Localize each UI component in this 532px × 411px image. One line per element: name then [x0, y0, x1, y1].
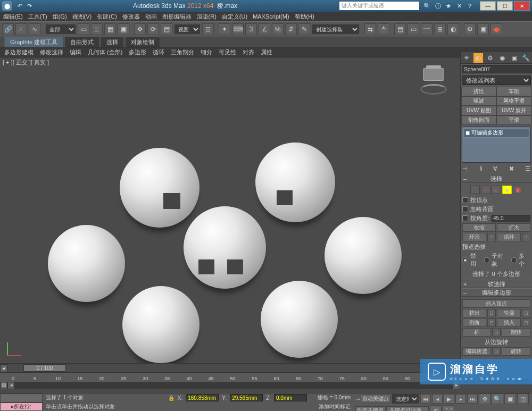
percent-snap-icon[interactable]: %	[272, 23, 284, 35]
unlink-icon[interactable]: ⛌	[15, 23, 27, 35]
ribbon-sub-item[interactable]: 循环	[153, 48, 164, 56]
link-icon[interactable]: 🔗	[2, 23, 14, 35]
angle-snap-icon[interactable]: ∠	[259, 23, 270, 35]
display-tab-icon[interactable]: ▣	[509, 53, 519, 63]
prev-frame-icon[interactable]: ◂	[432, 394, 443, 404]
goto-end-icon[interactable]: ⏭	[467, 394, 478, 404]
quick-btn[interactable]: 挤出	[461, 87, 496, 96]
loop-button[interactable]: 循环	[497, 233, 521, 241]
edit-named-sel-icon[interactable]: ✎	[298, 23, 310, 35]
snap-toggle-icon[interactable]: 3	[245, 23, 257, 35]
app-logo-icon[interactable]: ⬤	[2, 1, 12, 11]
zoom-extents-icon[interactable]: ▣	[504, 393, 516, 404]
outline-settings-icon[interactable]: □	[522, 309, 530, 317]
flip-button[interactable]: 翻转	[502, 328, 530, 337]
sphere-mesh[interactable]	[261, 281, 338, 358]
sphere-mesh[interactable]	[120, 148, 200, 228]
zoom-icon[interactable]: 🔍	[492, 393, 503, 404]
ribbon-sub-item[interactable]: 细分	[201, 48, 212, 56]
menu-modifiers[interactable]: 修改器	[122, 13, 140, 21]
named-sel-set-select[interactable]: 创建选择集	[312, 24, 360, 35]
curve-editor-icon[interactable]: 〰	[421, 23, 433, 35]
preview-subobj-radio[interactable]	[484, 257, 490, 263]
track-scroll-left-icon[interactable]: ◂	[7, 382, 15, 389]
viewport[interactable]: [ + ][ 正交 ][ 真实 ]	[0, 57, 460, 363]
quick-btn[interactable]: 平滑	[496, 115, 531, 125]
ribbon-sub-item[interactable]: 三角剖分	[171, 48, 194, 56]
rollout-selection[interactable]: 选择	[461, 174, 532, 183]
pin-stack-icon[interactable]: ⊣	[462, 165, 468, 172]
by-angle-input[interactable]	[492, 215, 530, 222]
select-name-icon[interactable]: ≣	[91, 23, 103, 35]
key-mode-icon[interactable]: ⊸	[355, 396, 360, 402]
track-scrollbar[interactable]	[15, 382, 453, 389]
show-end-icon[interactable]: Ⅱ	[479, 165, 482, 172]
pan-icon[interactable]: ✥	[479, 393, 491, 404]
layer-icon[interactable]: ▤	[394, 23, 406, 35]
undo-icon[interactable]: ↶	[15, 2, 24, 10]
menu-create[interactable]: 创建(C)	[97, 13, 117, 21]
subobj-polygon-icon[interactable]: ■	[502, 186, 512, 194]
configure-icon[interactable]: ☰	[525, 165, 530, 172]
now-row-button[interactable]: ▸ 所在行:	[0, 402, 43, 412]
subobj-element-icon[interactable]: ▣	[513, 186, 522, 194]
ring-button[interactable]: 环形	[462, 233, 486, 241]
menu-view[interactable]: 视图(V)	[72, 13, 92, 21]
key-target-select[interactable]: 选定对象	[392, 393, 419, 404]
max-toggle-icon[interactable]: ⛶	[443, 405, 454, 411]
render-frame-icon[interactable]: ▣	[477, 23, 489, 35]
viewcube[interactable]	[418, 68, 450, 100]
menu-custom[interactable]: 自定义(U)	[222, 13, 247, 21]
motion-tab-icon[interactable]: ◉	[497, 53, 507, 63]
menu-render[interactable]: 渲染(R)	[197, 13, 217, 21]
ribbon-icon[interactable]: ▭	[408, 23, 419, 35]
sphere-mesh[interactable]	[48, 225, 125, 302]
sphere-mesh[interactable]	[184, 206, 266, 289]
subobj-border-icon[interactable]: ◇	[492, 186, 501, 194]
hierarchy-tab-icon[interactable]: ⚙	[486, 53, 495, 63]
edit-sel-settings-icon[interactable]: □	[492, 347, 501, 356]
sphere-mesh[interactable]	[122, 286, 200, 363]
time-slider-handle[interactable]: 0 / 100	[23, 364, 66, 372]
subobj-edge-icon[interactable]: ⟋	[481, 186, 491, 194]
ref-coord-select[interactable]: 视图	[174, 24, 201, 35]
inset-button[interactable]: 插入	[497, 318, 521, 327]
ribbon-tab-select[interactable]: 选择	[101, 37, 124, 47]
sphere-mesh[interactable]	[325, 217, 402, 294]
script-mini-listener[interactable]	[0, 393, 43, 402]
keyboard-icon[interactable]: ⌨	[232, 23, 244, 35]
ribbon-sub-item[interactable]: 几何体 (全部)	[88, 48, 122, 56]
coord-x-input[interactable]: 160.853mm	[186, 394, 219, 401]
menu-tools[interactable]: 工具(T)	[28, 13, 47, 21]
bind-space-icon[interactable]: ∿	[29, 23, 40, 35]
manipulate-icon[interactable]: ✦	[219, 23, 230, 35]
schematic-icon[interactable]: ⊞	[434, 23, 446, 35]
time-slider-left[interactable]: ◂	[0, 364, 7, 372]
ring-spinner[interactable]: ÷	[487, 233, 496, 241]
mirror-icon[interactable]: ⇆	[364, 23, 376, 35]
quick-btn[interactable]: 噪波	[461, 96, 496, 106]
ribbon-sub-item[interactable]: 修改选择	[40, 48, 63, 56]
render-setup-icon[interactable]: ⚙	[464, 23, 476, 35]
auto-key-button[interactable]: 自动关键点	[361, 395, 390, 403]
window-cross-icon[interactable]: ▣	[118, 23, 129, 35]
bevel-button[interactable]: 倒角	[462, 318, 486, 327]
ribbon-sub-item[interactable]: 多边形建模	[4, 48, 34, 56]
ribbon-tab-paint[interactable]: 对象绘制	[125, 37, 160, 47]
ribbon-sub-item[interactable]: 编辑	[70, 48, 81, 56]
redo-icon[interactable]: ↷	[24, 2, 34, 10]
ribbon-sub-item[interactable]: 对齐	[243, 48, 254, 56]
ribbon-sub-item[interactable]: 属性	[261, 48, 272, 56]
preview-multi-radio[interactable]	[511, 257, 517, 263]
orbit-icon[interactable]: ⟲	[430, 405, 442, 411]
fov-icon[interactable]: ◫	[517, 393, 529, 404]
render-icon[interactable]: 🫖	[491, 23, 502, 35]
sphere-mesh[interactable]	[255, 142, 335, 222]
loop-spinner[interactable]: ÷	[522, 233, 530, 241]
select-icon[interactable]: ▭	[78, 23, 89, 35]
ribbon-tab-graphite[interactable]: Graphite 建模工具	[4, 37, 63, 47]
bevel-settings-icon[interactable]: □	[487, 318, 496, 327]
by-angle-checkbox[interactable]	[462, 215, 468, 221]
help-search-input[interactable]: 键入关键字或短语	[339, 2, 419, 10]
goto-start-icon[interactable]: ⏮	[420, 394, 431, 404]
